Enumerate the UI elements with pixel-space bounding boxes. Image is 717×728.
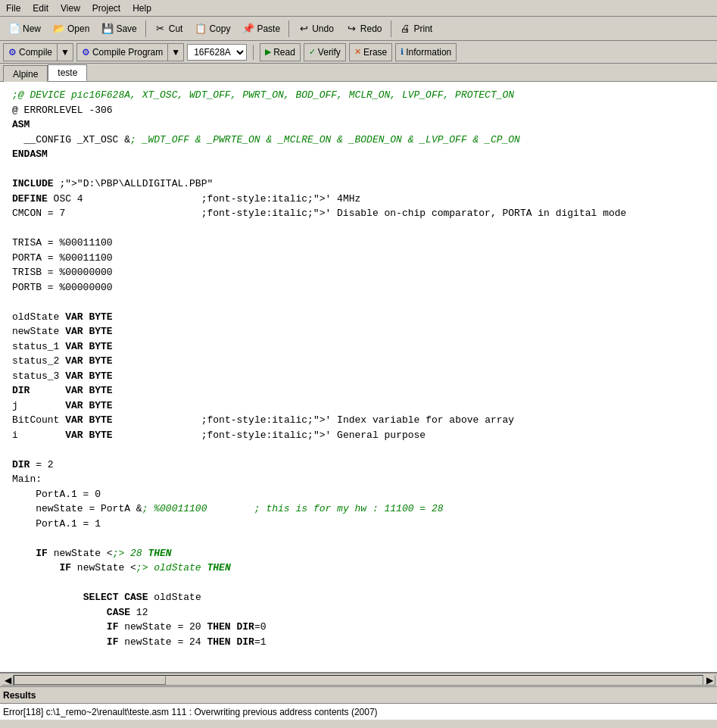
copy-label: Copy [209, 23, 230, 34]
new-label: New [23, 23, 41, 34]
error-bar: Error[118] c:\1_remo~2\renault\teste.asm… [0, 703, 717, 720]
hscroll-track[interactable] [14, 675, 703, 686]
menu-file[interactable]: File [0, 2, 26, 15]
tab-bar: Alpine teste [0, 64, 717, 82]
compile-program-icon: ⚙ [82, 47, 90, 58]
erase-button[interactable]: ✕ Erase [349, 43, 392, 61]
redo-label: Redo [360, 23, 382, 34]
toolbar: 📄 New 📂 Open 💾 Save ✂ Cut 📋 Copy 📌 Paste… [0, 17, 717, 41]
compile-sep1 [253, 45, 254, 60]
verify-label: Verify [318, 47, 341, 58]
compile-label: Compile [19, 47, 52, 58]
tab-teste-label: teste [58, 67, 77, 78]
copy-button[interactable]: 📋 Copy [189, 19, 235, 39]
results-label: Results [3, 690, 36, 701]
tab-teste[interactable]: teste [48, 64, 87, 81]
redo-button[interactable]: ↪ Redo [341, 19, 388, 39]
status-bar: Results [0, 686, 717, 703]
save-icon: 💾 [101, 23, 114, 35]
information-button[interactable]: ℹ Information [395, 43, 457, 61]
sep2 [288, 20, 289, 37]
read-icon: ▶ [265, 47, 271, 57]
menu-view[interactable]: View [55, 2, 86, 15]
error-message: Error[118] c:\1_remo~2\renault\teste.asm… [3, 707, 378, 717]
new-icon: 📄 [8, 23, 20, 35]
read-button[interactable]: ▶ Read [260, 43, 301, 61]
cut-button[interactable]: ✂ Cut [149, 19, 189, 39]
paste-label: Paste [257, 23, 280, 34]
paste-button[interactable]: 📌 Paste [237, 19, 285, 39]
hscroll-thumb[interactable] [14, 676, 166, 685]
compile-toolbar: ⚙ Compile ▼ ⚙ Compile Program ▼ 16F628A … [0, 41, 717, 64]
hscroll-bar: ◀ ▶ [0, 673, 717, 686]
code-scroll-area[interactable]: ;@ DEVICE pic16F628A, XT_OSC, WDT_OFF, P… [0, 82, 717, 672]
new-button[interactable]: 📄 New [3, 19, 46, 39]
tab-alpine[interactable]: Alpine [3, 65, 48, 82]
verify-button[interactable]: ✓ Verify [304, 43, 346, 61]
menu-help[interactable]: Help [126, 2, 157, 15]
compile-program-button[interactable]: ⚙ Compile Program [76, 43, 167, 61]
erase-icon: ✕ [354, 47, 361, 57]
save-label: Save [116, 23, 136, 34]
sep1 [145, 20, 146, 37]
cut-label: Cut [169, 23, 183, 34]
code-editor[interactable]: ;@ DEVICE pic16F628A, XT_OSC, WDT_OFF, P… [6, 85, 711, 652]
code-container: ;@ DEVICE pic16F628A, XT_OSC, WDT_OFF, P… [0, 82, 717, 673]
print-label: Print [414, 23, 433, 34]
compile-button[interactable]: ⚙ Compile [3, 43, 57, 61]
copy-icon: 📋 [195, 23, 207, 35]
paste-icon: 📌 [242, 23, 254, 35]
save-button[interactable]: 💾 Save [96, 19, 142, 39]
tab-alpine-label: Alpine [13, 69, 38, 80]
erase-label: Erase [363, 47, 387, 58]
cut-icon: ✂ [154, 23, 167, 35]
open-button[interactable]: 📂 Open [48, 19, 95, 39]
compile-program-dropdown: ⚙ Compile Program ▼ [76, 43, 184, 61]
compile-program-dropdown-arrow[interactable]: ▼ [167, 43, 184, 61]
menu-edit[interactable]: Edit [26, 2, 55, 15]
compile-program-label: Compile Program [92, 47, 163, 58]
compile-dropdown-arrow[interactable]: ▼ [57, 43, 73, 61]
print-button[interactable]: 🖨 Print [394, 19, 438, 39]
print-icon: 🖨 [400, 23, 412, 35]
menu-bar: File Edit View Project Help [0, 0, 717, 17]
undo-button[interactable]: ↩ Undo [292, 19, 339, 39]
device-select[interactable]: 16F628A [187, 44, 247, 61]
hscroll-left[interactable]: ◀ [2, 675, 14, 686]
undo-icon: ↩ [298, 23, 310, 35]
compile-icon: ⚙ [8, 47, 17, 58]
open-icon: 📂 [53, 23, 65, 35]
hscroll-right[interactable]: ▶ [703, 675, 715, 686]
read-label: Read [273, 47, 295, 58]
open-label: Open [67, 23, 89, 34]
undo-label: Undo [312, 23, 334, 34]
menu-project[interactable]: Project [86, 2, 126, 15]
redo-icon: ↪ [346, 23, 358, 35]
compile-dropdown: ⚙ Compile ▼ [3, 43, 73, 61]
verify-icon: ✓ [309, 47, 316, 57]
information-label: Information [406, 47, 451, 58]
information-icon: ℹ [401, 47, 404, 57]
sep3 [391, 20, 391, 37]
